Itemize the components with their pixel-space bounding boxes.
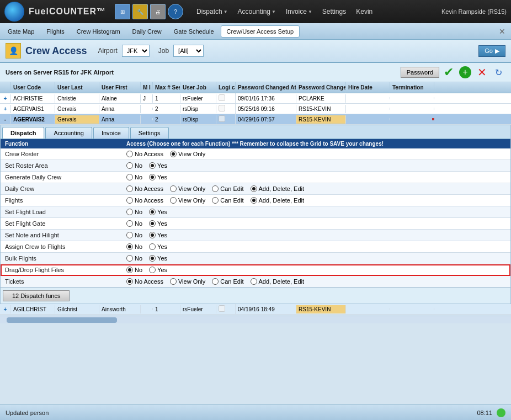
func-access: No Yes xyxy=(122,173,510,182)
th-user-job[interactable]: User Job xyxy=(180,82,216,93)
menubar-gate-map[interactable]: Gate Map xyxy=(2,26,40,37)
radio-view-only[interactable]: View Only xyxy=(170,278,205,285)
radio-no[interactable]: No xyxy=(126,209,142,215)
table-row-selected[interactable]: - AGERVAIS2 Gervais Anna 2 rsDisp 04/29/… xyxy=(0,114,511,125)
radio-yes[interactable]: Yes xyxy=(149,209,167,215)
dispatch-menu[interactable]: Dispatch ▼ xyxy=(192,6,232,18)
password-button[interactable]: Password xyxy=(401,67,439,78)
statusbar: Updated person 08:11 xyxy=(0,405,511,420)
logi xyxy=(216,93,236,103)
airport-label: Airport xyxy=(98,47,117,55)
radio-circle xyxy=(149,267,156,273)
kevin-menu[interactable]: Kevin xyxy=(352,6,377,18)
radio-add-delete-edit[interactable]: Add, Delete, Edit xyxy=(251,185,305,192)
tab-dispatch[interactable]: Dispatch xyxy=(2,127,44,139)
th-user-first[interactable]: User First xyxy=(99,82,141,93)
th-logi[interactable]: Logi craft xyxy=(216,82,236,93)
radio-no-access[interactable]: No Access xyxy=(126,197,163,204)
th-user-last[interactable]: User Last xyxy=(55,82,99,93)
radio-can-edit[interactable]: Can Edit xyxy=(212,185,243,192)
radio-view-only[interactable]: View Only xyxy=(170,151,205,157)
radio-no[interactable]: No xyxy=(126,267,142,273)
expand-btn[interactable]: - xyxy=(0,115,11,124)
settings-menu[interactable]: Settings xyxy=(318,6,350,18)
radio-yes[interactable]: Yes xyxy=(149,243,167,250)
func-name: Crew Roster xyxy=(1,150,122,158)
menubar-crew-access[interactable]: Crew/User Access Setup xyxy=(221,25,300,38)
expand-btn[interactable]: + xyxy=(0,94,11,103)
summary-label: 12 Dispatch funcs xyxy=(12,293,60,299)
radio-yes[interactable]: Yes xyxy=(149,232,167,238)
radio-view-only[interactable]: View Only xyxy=(170,185,205,192)
func-name: Set Flight Gate xyxy=(1,219,122,228)
tab-accounting[interactable]: Accounting xyxy=(45,127,92,139)
menubar-crew-histogram[interactable]: Crew Histogram xyxy=(71,26,126,37)
expand-panel: Dispatch Accounting Invoice Settings Fun… xyxy=(0,125,511,304)
table-row[interactable]: + AGERVAIS1 Gervais Anna 2 rsDisp 05/25/… xyxy=(0,104,511,114)
radio-no[interactable]: No xyxy=(126,220,142,227)
user-code: ACHRISTIE xyxy=(11,94,55,103)
refresh-button[interactable]: ↻ xyxy=(491,65,505,79)
radio-no-access[interactable]: No Access xyxy=(126,278,163,285)
user-mi xyxy=(141,308,153,310)
delete-button[interactable]: ✕ xyxy=(475,65,489,79)
help-icon[interactable]: ? xyxy=(168,4,183,19)
th-pwd-changed-at[interactable]: Password Changed At xyxy=(236,82,296,93)
radio-can-edit[interactable]: Can Edit xyxy=(212,197,243,204)
user-job: rsDisp xyxy=(180,105,216,113)
radio-no[interactable]: No xyxy=(126,255,142,262)
add-button[interactable]: + xyxy=(458,65,472,79)
airport-select[interactable]: JFK xyxy=(122,45,150,57)
user-job: rsDisp xyxy=(180,115,216,124)
th-termination[interactable]: Termination xyxy=(390,82,434,93)
th-pwd-changed-by[interactable]: Password Changed By xyxy=(296,82,346,93)
radio-yes[interactable]: Yes xyxy=(149,174,167,180)
expand-btn[interactable]: + xyxy=(0,305,11,313)
radio-no[interactable]: No xyxy=(126,174,142,180)
radio-yes[interactable]: Yes xyxy=(149,255,167,262)
th-max-session[interactable]: Max # Session xyxy=(153,82,180,93)
radio-view-only[interactable]: View Only xyxy=(170,197,205,204)
func-name: Set Roster Area xyxy=(1,161,122,170)
func-row-crew-roster: Crew Roster No Access View Only xyxy=(1,148,510,160)
radio-yes[interactable]: Yes xyxy=(149,267,167,273)
invoice-menu[interactable]: Invoice ▼ xyxy=(281,6,317,18)
radio-no[interactable]: No xyxy=(126,243,142,250)
job-label: Job xyxy=(158,47,169,55)
table-row[interactable]: + ACHRISTIE Christie Alaine J 1 rsFueler… xyxy=(0,93,511,104)
menubar: Gate Map Flights Crew Histogram Daily Cr… xyxy=(0,23,511,40)
print-icon[interactable]: 🖨 xyxy=(150,4,166,19)
max-session: 1 xyxy=(153,94,180,103)
radio-yes[interactable]: Yes xyxy=(149,220,167,227)
tab-settings[interactable]: Settings xyxy=(130,127,169,139)
hire-date xyxy=(346,97,390,99)
table-row-agilchrist[interactable]: + AGILCHRIST Gilchrist Ainsworth 1 rsFue… xyxy=(0,304,511,315)
accounting-menu[interactable]: Accounting ▼ xyxy=(233,6,280,18)
radio-yes[interactable]: Yes xyxy=(149,162,167,169)
radio-add-delete-edit[interactable]: Add, Delete, Edit xyxy=(251,278,305,285)
menubar-flights[interactable]: Flights xyxy=(41,26,70,37)
radio-circle xyxy=(212,197,219,204)
horizontal-scrollbar[interactable] xyxy=(0,316,511,323)
radio-no-access[interactable]: No Access xyxy=(126,151,163,157)
th-hire-date[interactable]: Hire Date xyxy=(346,82,390,93)
radio-no[interactable]: No xyxy=(126,232,142,238)
wrench-icon[interactable]: 🔧 xyxy=(132,4,148,19)
menubar-gate-schedule[interactable]: Gate Schedule xyxy=(168,26,220,37)
job-select[interactable]: [All] xyxy=(173,45,204,57)
radio-add-delete-edit[interactable]: Add, Delete, Edit xyxy=(251,197,305,204)
expand-btn[interactable]: + xyxy=(0,105,11,113)
confirm-button[interactable]: ✔ xyxy=(441,65,456,79)
radio-can-edit[interactable]: Can Edit xyxy=(212,278,243,285)
func-row-set-roster-area: Set Roster Area No Yes xyxy=(1,160,510,172)
pwd-changed-by: PCLARKE xyxy=(296,94,346,103)
radio-no-access[interactable]: No Access xyxy=(126,185,163,192)
th-mi[interactable]: M I xyxy=(141,82,153,93)
grid-icon[interactable]: ⊞ xyxy=(115,4,130,19)
close-button[interactable]: ✕ xyxy=(496,26,509,37)
th-user-code[interactable]: User Code xyxy=(11,82,55,93)
tab-invoice[interactable]: Invoice xyxy=(93,127,129,139)
radio-no[interactable]: No xyxy=(126,162,142,169)
go-button[interactable]: Go ▶ xyxy=(478,45,505,57)
menubar-daily-crew[interactable]: Daily Crew xyxy=(127,26,167,37)
